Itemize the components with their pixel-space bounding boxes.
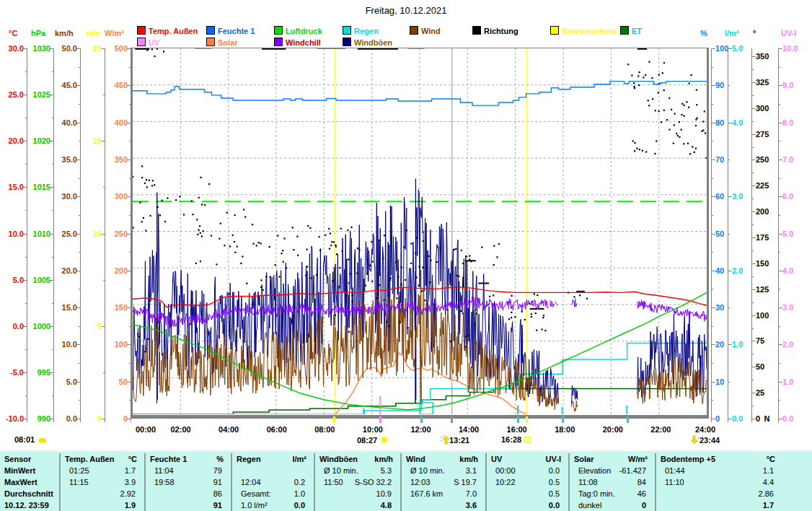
table-col-unit: km/h [350,455,393,465]
x-tick-label: 00:00 [131,425,160,434]
table-col-unit: °C [732,455,775,465]
table-col-header: UV [491,455,502,465]
table-col-header: Solar [574,455,594,465]
x-tick-label: 16:00 [503,425,531,434]
table-cell-value: 4.8 [328,501,392,511]
sunset-square-icon [524,436,531,444]
table-cell-value: 1.7 [72,466,136,476]
table-divider [231,453,232,511]
table-cell-value: 0.5 [496,478,560,488]
table-cell-value: 1.9 [72,501,136,511]
table-row-label: Durchschnitt [4,489,53,499]
table-col-unit: l/m² [263,455,306,465]
sun-icon [379,435,389,445]
table-row-label: Sensor [4,455,31,465]
table-cell-value: 86 [159,489,222,499]
table-row-label: MaxWert [4,478,37,488]
table-cell-value: 0.0 [242,501,305,511]
table-cell-value: 84 [583,478,646,488]
table-cell-value: 1.7 [710,501,774,511]
table-cell-value: 5.3 [328,466,392,476]
table-cell-value: 0.0 [496,466,560,476]
table-cell-value: 79 [159,466,222,476]
axis-event-mark [562,416,564,423]
table-col-header: Bodentemp +5 [661,455,715,465]
table-col-header: Regen [237,455,261,465]
table-cell-time: 11:10 [665,478,684,488]
x-tick-label: 14:00 [454,425,483,434]
table-cell-value: 1.0 [242,489,305,499]
x-tick-label: 02:00 [167,425,195,434]
x-tick-label: 18:00 [550,425,579,434]
x-tick-label: 22:00 [646,425,675,434]
table-divider [400,453,402,511]
table-cell-value: 2.92 [72,489,136,499]
table-divider [314,453,315,511]
moonrise-icon [440,435,449,445]
table-col-unit: °C [94,455,137,465]
table-col-header: Wind [406,455,425,465]
table-cell-value: 91 [159,478,222,488]
table-cell-value: 1.1 [710,466,774,476]
table-cell-value: 3.6 [413,501,477,511]
table-divider [655,453,656,511]
table-cell-value: 3.1 [413,466,477,476]
x-tick-label: 20:00 [599,425,627,434]
axis-event-mark [420,416,423,423]
axis-event-mark [451,416,453,423]
table-col-unit: W/m² [604,455,648,465]
table-cell-value: 4.4 [710,478,774,488]
table-cell-value: 2.86 [710,489,774,499]
table-cell-value: 0.2 [242,478,305,488]
weather-app-window: { "title": "Freitag, 10.12.2021", "color… [0,0,812,511]
table-cell-value: S-SO 32.2 [328,478,392,488]
table-cell-value: 0.5 [496,489,560,499]
dawn-time: 08:01 [14,435,48,445]
x-tick-label: 08:00 [310,425,339,434]
axis-event-mark [379,416,381,423]
dawn-sun-icon [37,436,48,444]
table-divider [59,453,61,511]
axis-event-mark [627,416,629,423]
table-cell-value: 3.9 [72,478,136,488]
table-cell-value: 0 [583,501,646,511]
table-cell-value: 91 [159,501,222,511]
table-row-label: MinWert [4,466,35,476]
table-row-label: 10.12. 23:59 [4,501,49,511]
moonset-time: 23:44 [690,435,720,445]
x-tick-label: 06:00 [262,425,291,434]
table-cell-value: 10.9 [328,489,392,499]
table-col-unit: % [180,455,224,465]
x-tick-label: 12:00 [407,425,436,434]
sunset-time: 16:28 [501,435,531,445]
x-tick-label: 04:00 [214,425,243,434]
stats-table: SensorMinWertMaxWertDurchschnitt10.12. 2… [0,450,812,511]
x-tick-label: 24:00 [691,425,720,434]
table-divider [144,453,146,511]
x-tick-label: 10:00 [358,425,387,434]
table-cell-value: 46 [583,489,646,499]
table-cell-value: -61.427 [583,466,646,476]
table-col-unit: km/h [435,455,478,465]
table-cell-value: 7.0 [413,489,477,499]
moonset-icon [690,435,700,445]
table-cell-value: 0.0 [496,501,560,511]
axis-event-mark [526,416,528,423]
table-cell-time: 01:44 [665,466,685,476]
table-divider [485,453,487,511]
sunrise-time: 08:27 [357,435,389,445]
table-divider [568,453,570,511]
moonrise-time: 13:21 [440,435,469,445]
x-axis-labels: 00:0002:0004:0006:0008:0010:0012:0014:00… [0,0,812,511]
axis-event-mark [517,416,519,423]
axis-event-mark [333,416,335,423]
table-cell-value: S 19.7 [413,478,477,488]
table-col-unit: UV-I [518,455,561,465]
